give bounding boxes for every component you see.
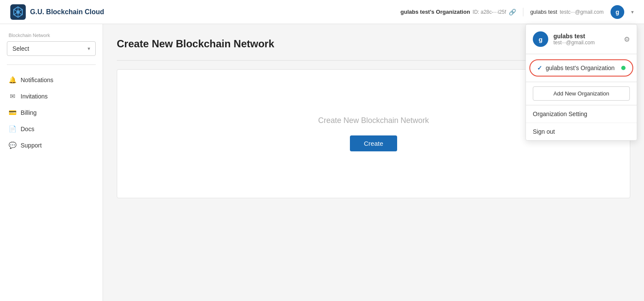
org-info: gulabs test's Organization ID: a28c-···i…	[401, 9, 516, 15]
dropdown-username: gulabs test	[553, 33, 619, 40]
docs-icon: 📄	[9, 125, 16, 133]
logo-icon	[10, 4, 26, 20]
sidebar-item-label: Invitations	[21, 93, 48, 100]
header-right: gulabs test's Organization ID: a28c-···i…	[401, 5, 634, 19]
sidebar-item-label: Docs	[21, 126, 34, 132]
org-list-item[interactable]: ✓ gulabs test's Organization	[530, 60, 632, 76]
logo-area: G.U. Blockchain Cloud	[10, 4, 104, 20]
sidebar-item-invitations[interactable]: ✉ Invitations	[0, 88, 103, 104]
create-button[interactable]: Create	[350, 135, 397, 151]
sidebar-item-notifications[interactable]: 🔔 Notifications	[0, 72, 103, 88]
active-indicator	[621, 66, 626, 70]
org-settings-item[interactable]: Organization Setting	[526, 105, 637, 123]
dropdown-menu: g gulabs test test···@gmail.com ⚙ ✓ gula…	[526, 24, 637, 141]
avatar[interactable]: g	[611, 5, 624, 19]
sidebar-item-support[interactable]: 💬 Support	[0, 137, 103, 154]
select-value: Select	[12, 45, 29, 52]
sidebar-item-label: Notifications	[21, 77, 53, 83]
gear-icon[interactable]: ⚙	[624, 35, 630, 43]
check-icon: ✓	[537, 64, 542, 71]
add-new-org-button[interactable]: Add New Organization	[533, 86, 630, 101]
dropdown-org-section: ✓ gulabs test's Organization	[526, 54, 637, 82]
user-info[interactable]: gulabs test testc···@gmail.com	[530, 9, 604, 15]
support-icon: 💬	[9, 141, 16, 149]
logo-text: G.U. Blockchain Cloud	[30, 8, 104, 16]
dropdown-user-info: gulabs test test···@gmail.com	[553, 33, 619, 46]
sidebar-nav: 🔔 Notifications ✉ Invitations 💳 Billing …	[0, 72, 103, 154]
add-org-section: Add New Organization	[526, 82, 637, 105]
bell-icon: 🔔	[9, 76, 16, 84]
network-select[interactable]: Select ▾	[7, 41, 96, 56]
org-id: ID: a28c-···i25f	[473, 9, 506, 15]
sidebar-item-docs[interactable]: 📄 Docs	[0, 121, 103, 137]
user-email: testc···@gmail.com	[560, 9, 604, 15]
sign-out-item[interactable]: Sign out	[526, 123, 637, 140]
header: G.U. Blockchain Cloud gulabs test's Orga…	[0, 0, 644, 24]
sidebar-item-label: Billing	[21, 109, 36, 116]
copy-link-icon[interactable]: 🔗	[509, 9, 516, 15]
header-divider	[523, 8, 523, 16]
empty-state-label: Create New Blockchain Network	[318, 116, 429, 125]
sidebar-item-label: Support	[21, 142, 42, 149]
dropdown-email: test···@gmail.com	[553, 40, 619, 46]
envelope-icon: ✉	[9, 92, 16, 100]
org-item-name: gulabs test's Organization	[546, 64, 618, 71]
select-chevron-icon: ▾	[88, 46, 90, 52]
sidebar: Blockchain Network Select ▾ 🔔 Notificati…	[0, 24, 103, 301]
sidebar-item-billing[interactable]: 💳 Billing	[0, 104, 103, 121]
user-name: gulabs test	[530, 9, 557, 15]
dropdown-avatar: g	[533, 31, 548, 47]
org-name: gulabs test's Organization	[401, 9, 470, 15]
chevron-down-icon[interactable]: ▾	[631, 9, 634, 15]
sidebar-divider	[7, 64, 96, 65]
dropdown-profile: g gulabs test test···@gmail.com ⚙	[526, 25, 637, 54]
billing-icon: 💳	[9, 109, 16, 117]
org-highlight: ✓ gulabs test's Organization	[529, 59, 633, 77]
svg-point-2	[16, 10, 20, 14]
network-label: Blockchain Network	[0, 33, 103, 41]
